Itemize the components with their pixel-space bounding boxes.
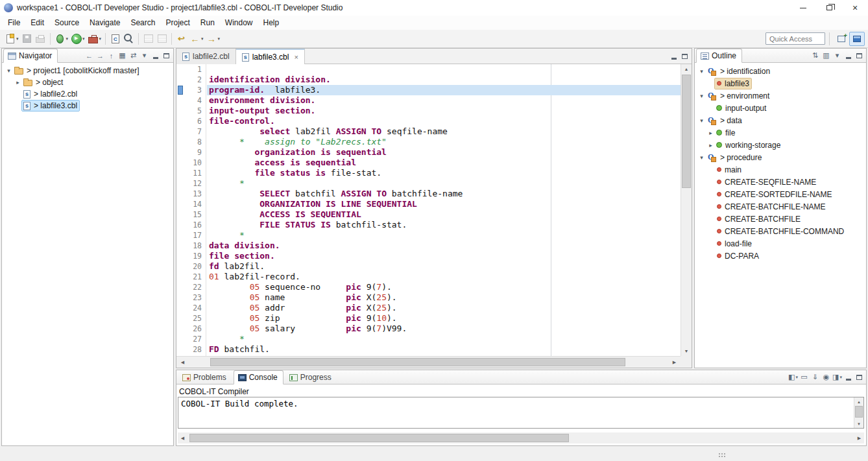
scrollbar-thumb[interactable] bbox=[189, 434, 569, 442]
view-tab-progress[interactable]: Progress bbox=[285, 370, 337, 384]
link-with-editor-icon[interactable]: ⇄ bbox=[128, 50, 139, 61]
new-wizard-button[interactable]: ▾ bbox=[3, 32, 20, 46]
code-line[interactable]: * bbox=[207, 230, 681, 241]
tree-row[interactable]: labfile3 bbox=[695, 77, 866, 89]
scrollbar-thumb[interactable] bbox=[855, 406, 863, 418]
code-line[interactable]: 05 name pic X(25). bbox=[207, 292, 681, 303]
forward-button[interactable]: ▾ bbox=[205, 32, 222, 46]
view-menu-icon[interactable]: ▾ bbox=[139, 50, 150, 61]
open-perspective-button[interactable] bbox=[834, 32, 849, 46]
back-button[interactable]: ▾ bbox=[188, 32, 205, 46]
console-output-area[interactable]: COBOL-IT Build complete. ▲ ▼ bbox=[178, 397, 864, 429]
code-line[interactable]: FILE STATUS IS batchfil-stat. bbox=[207, 220, 681, 230]
scroll-down-icon[interactable]: ▼ bbox=[854, 420, 863, 428]
menu-source[interactable]: Source bbox=[49, 16, 84, 29]
twistie-icon[interactable]: ▸ bbox=[14, 79, 22, 86]
minimize-button[interactable] bbox=[668, 51, 679, 62]
tree-row[interactable]: ▸file bbox=[695, 126, 866, 139]
navigator-tree[interactable]: ▾> project1 [cobolitKickoff master]▸> ob… bbox=[2, 63, 173, 445]
pin-console-icon[interactable]: ◉ bbox=[821, 372, 832, 383]
tree-row[interactable]: ▸working-storage bbox=[695, 139, 866, 151]
menu-file[interactable]: File bbox=[3, 16, 25, 29]
twistie-icon[interactable]: ▾ bbox=[697, 93, 706, 99]
twistie-icon[interactable]: ▸ bbox=[706, 130, 715, 136]
editor-tab-labfile3-cbl[interactable]: labfile3.cbl× bbox=[236, 49, 305, 64]
twistie-icon[interactable]: ▾ bbox=[5, 67, 13, 74]
maximize-button[interactable] bbox=[854, 50, 865, 61]
twistie-icon[interactable]: ▾ bbox=[697, 117, 706, 124]
close-window-button[interactable]: × bbox=[842, 0, 868, 16]
code-line[interactable]: identification division. bbox=[207, 75, 681, 85]
line-number-gutter[interactable]: 1234567891011121314151617181920212223242… bbox=[185, 64, 206, 356]
scroll-left-icon[interactable]: ◀ bbox=[178, 357, 187, 368]
editor-horizontal-scrollbar[interactable]: ◀ ▶ bbox=[176, 356, 681, 368]
menu-run[interactable]: Run bbox=[195, 16, 220, 29]
cobol-perspective-button[interactable] bbox=[849, 32, 865, 46]
menu-navigate[interactable]: Navigate bbox=[84, 16, 125, 29]
console-horizontal-scrollbar[interactable]: ◀ ▶ bbox=[178, 432, 864, 443]
clear-console-icon[interactable]: ▭ bbox=[799, 372, 810, 383]
up-icon[interactable]: ↑ bbox=[106, 50, 117, 61]
code-line[interactable]: ACCESS IS SEQUENTIAL bbox=[207, 209, 681, 220]
maximize-button[interactable] bbox=[161, 50, 172, 61]
scrollbar-thumb[interactable] bbox=[682, 75, 691, 188]
chevron-down-icon[interactable]: ▾ bbox=[218, 36, 221, 41]
code-line[interactable]: 05 addr pic X(25). bbox=[207, 303, 681, 313]
code-line[interactable]: file section. bbox=[207, 251, 681, 261]
sash-grip[interactable] bbox=[719, 453, 720, 455]
search-button[interactable] bbox=[122, 32, 136, 46]
code-content[interactable]: identification division.program-id. labf… bbox=[207, 64, 681, 356]
tree-row[interactable]: main bbox=[695, 163, 866, 176]
maximize-button[interactable] bbox=[679, 51, 690, 62]
display-console-icon[interactable]: ◨▾ bbox=[832, 372, 843, 383]
code-line[interactable] bbox=[207, 64, 681, 75]
chevron-down-icon[interactable]: ▾ bbox=[66, 36, 69, 41]
minimize-window-button[interactable] bbox=[790, 0, 816, 16]
tree-row[interactable]: > labfile2.cbl bbox=[2, 88, 173, 100]
code-line[interactable]: 01 lab2fil-record. bbox=[207, 272, 681, 282]
quick-access-input[interactable]: Quick Access bbox=[766, 32, 825, 45]
tree-row[interactable]: load-file bbox=[695, 237, 866, 250]
tree-row[interactable]: CREATE-SEQFILE-NAME bbox=[695, 176, 866, 188]
code-line[interactable]: fd lab2fil. bbox=[207, 261, 681, 272]
last-edit-location-button[interactable] bbox=[175, 32, 188, 46]
code-line[interactable]: * bbox=[207, 334, 681, 344]
menu-search[interactable]: Search bbox=[125, 16, 160, 29]
tree-row[interactable]: ▾> identification bbox=[695, 65, 866, 77]
scroll-left-icon[interactable]: ◀ bbox=[178, 432, 187, 443]
menu-window[interactable]: Window bbox=[220, 16, 258, 29]
back-icon[interactable]: ← bbox=[84, 50, 95, 61]
scroll-right-icon[interactable]: ▶ bbox=[669, 357, 679, 368]
scroll-right-icon[interactable]: ▶ bbox=[854, 432, 864, 443]
code-line[interactable]: program-id. labfile3. bbox=[207, 85, 681, 95]
tree-row[interactable]: CREATE-BATCHFILE-COMMAND bbox=[695, 225, 866, 237]
open-console-icon[interactable]: ◧▾ bbox=[788, 372, 799, 383]
collapse-all-icon[interactable]: ▦ bbox=[117, 50, 128, 61]
scrollbar-thumb[interactable] bbox=[210, 358, 625, 366]
debug-button[interactable]: ▾ bbox=[53, 32, 70, 46]
code-line[interactable]: input-output section. bbox=[207, 106, 681, 116]
outline-view-tab[interactable]: Outline bbox=[696, 49, 742, 63]
code-line[interactable]: environment division. bbox=[207, 95, 681, 106]
filter-icon[interactable]: ▥ bbox=[821, 50, 832, 61]
code-line[interactable]: 05 sequence-no pic 9(7). bbox=[207, 282, 681, 292]
menu-edit[interactable]: Edit bbox=[25, 16, 49, 29]
code-line[interactable]: organization is sequential bbox=[207, 147, 681, 158]
console-vertical-scrollbar[interactable]: ▲ ▼ bbox=[854, 397, 863, 428]
new-cobol-program-button[interactable] bbox=[108, 32, 122, 46]
code-line[interactable]: 05 salary pic 9(7)V99. bbox=[207, 324, 681, 334]
sort-icon[interactable]: ⇅ bbox=[810, 50, 821, 61]
editor-tab-labfile2-cbl[interactable]: labfile2.cbl bbox=[176, 49, 236, 64]
tree-row[interactable]: ▾> data bbox=[695, 114, 866, 126]
navigator-view-tab[interactable]: Navigator bbox=[3, 49, 58, 63]
tree-row[interactable]: CREATE-BATCHFILE bbox=[695, 213, 866, 225]
menu-project[interactable]: Project bbox=[160, 16, 195, 29]
tree-row[interactable]: CREATE-SORTEDFILE-NAME bbox=[695, 188, 866, 200]
annotation-ruler[interactable] bbox=[176, 64, 185, 356]
outline-tree[interactable]: ▾> identificationlabfile3▾> environmenti… bbox=[695, 63, 866, 368]
code-line[interactable]: data division. bbox=[207, 241, 681, 251]
code-line[interactable]: FD batchfil. bbox=[207, 344, 681, 355]
code-line[interactable]: ORGANIZATION IS LINE SEQUENTIAL bbox=[207, 199, 681, 209]
tree-row[interactable]: > labfile3.cbl bbox=[2, 100, 173, 112]
code-line[interactable]: * assign to "Lab2recs.txt" bbox=[207, 137, 681, 147]
